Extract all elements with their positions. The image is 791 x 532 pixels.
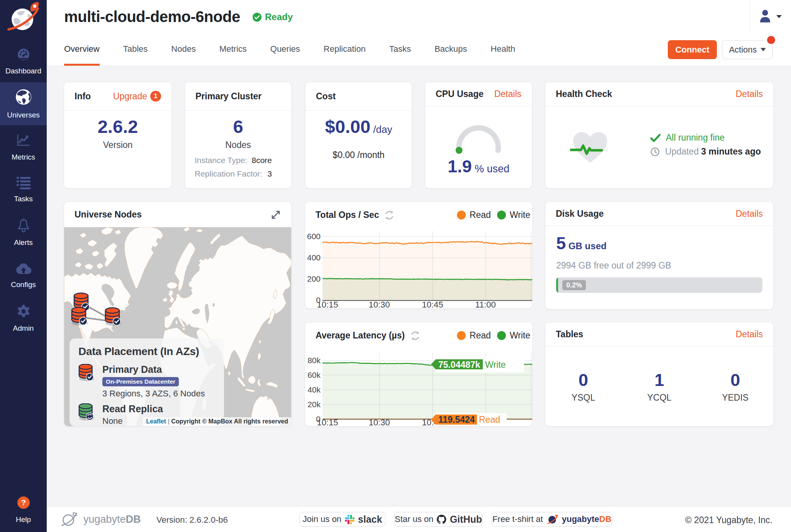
svg-text:600: 600 <box>307 232 321 241</box>
svg-text:60k: 60k <box>307 371 321 379</box>
svg-text:11:00: 11:00 <box>475 300 496 308</box>
svg-text:Write: Write <box>485 360 506 370</box>
svg-text:10:30: 10:30 <box>368 300 390 308</box>
svg-text:10:30: 10:30 <box>368 418 390 426</box>
svg-text:119.5424: 119.5424 <box>438 415 475 425</box>
svg-text:10:45: 10:45 <box>422 300 443 308</box>
svg-text:200: 200 <box>307 274 321 283</box>
svg-text:10:15: 10:15 <box>317 418 338 426</box>
svg-text:?: ? <box>21 498 26 507</box>
svg-text:400: 400 <box>307 253 321 262</box>
svg-text:10:15: 10:15 <box>317 300 338 308</box>
svg-text:80k: 80k <box>307 356 321 365</box>
svg-text:20k: 20k <box>307 400 321 409</box>
svg-text:Read: Read <box>479 415 500 425</box>
svg-text:75.04487k: 75.04487k <box>438 360 480 370</box>
svg-text:40k: 40k <box>307 385 321 394</box>
